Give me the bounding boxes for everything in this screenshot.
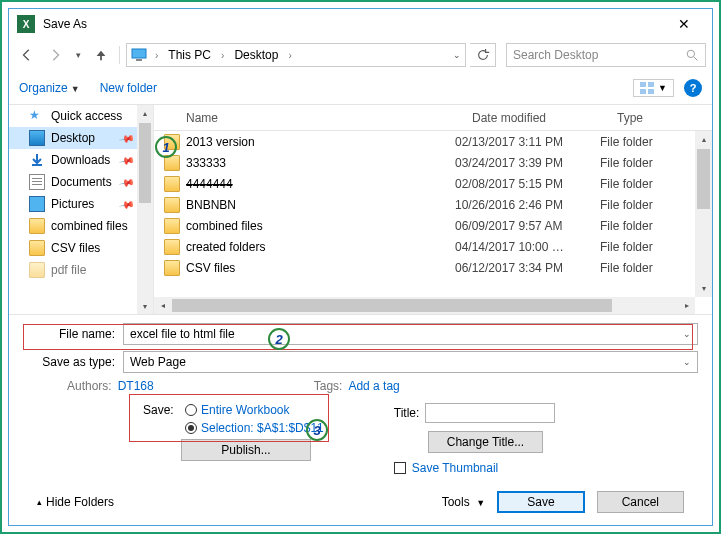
- pictures-icon: [29, 196, 45, 212]
- titlebar: X Save As ✕: [9, 9, 712, 39]
- sidebar-item-folder[interactable]: combined files: [9, 215, 153, 237]
- change-title-button[interactable]: Change Title...: [428, 431, 543, 453]
- chevron-right-icon[interactable]: ›: [286, 50, 293, 61]
- publish-button[interactable]: Publish...: [181, 439, 311, 461]
- save-type-label: Save as type:: [23, 355, 123, 369]
- tags-label: Tags:: [314, 379, 343, 393]
- file-date: 03/24/2017 3:39 PM: [455, 156, 600, 170]
- sidebar-item-documents[interactable]: Documents📌: [9, 171, 153, 193]
- file-type: File folder: [600, 156, 695, 170]
- col-date[interactable]: Date modified: [472, 111, 617, 125]
- file-row[interactable]: CSV files06/12/2017 3:34 PMFile folder: [154, 257, 695, 278]
- save-type-dropdown[interactable]: Web Page⌄: [123, 351, 698, 373]
- forward-button[interactable]: [43, 43, 67, 67]
- chevron-down-icon[interactable]: ⌄: [683, 329, 691, 339]
- file-row[interactable]: combined files06/09/2017 9:57 AMFile fol…: [154, 215, 695, 236]
- file-row[interactable]: BNBNBN10/26/2016 2:46 PMFile folder: [154, 194, 695, 215]
- close-button[interactable]: ✕: [664, 10, 704, 38]
- title-input[interactable]: [425, 403, 555, 423]
- desktop-icon: [29, 130, 45, 146]
- radio-selection[interactable]: [185, 422, 197, 434]
- sidebar-item-pictures[interactable]: Pictures📌: [9, 193, 153, 215]
- title-label: Title:: [394, 406, 420, 420]
- file-row[interactable]: 33333303/24/2017 3:39 PMFile folder: [154, 152, 695, 173]
- sidebar: ★Quick access Desktop📌 Downloads📌 Docume…: [9, 105, 154, 314]
- folder-icon: [164, 155, 180, 171]
- file-type: File folder: [600, 261, 695, 275]
- save-options: Save:Entire Workbook Selection: $A$1:$D$…: [143, 403, 324, 483]
- chevron-down-icon[interactable]: ⌄: [683, 357, 691, 367]
- tags-value[interactable]: Add a tag: [348, 379, 399, 393]
- pin-icon: 📌: [119, 174, 135, 190]
- file-type: File folder: [600, 240, 695, 254]
- file-hscrollbar[interactable]: ◂▸: [154, 297, 695, 314]
- file-name: created folders: [186, 240, 455, 254]
- chevron-right-icon[interactable]: ›: [153, 50, 160, 61]
- svg-rect-1: [136, 59, 142, 61]
- file-date: 10/26/2016 2:46 PM: [455, 198, 600, 212]
- file-name: 333333: [186, 156, 455, 170]
- file-row[interactable]: created folders04/14/2017 10:00 …File fo…: [154, 236, 695, 257]
- recent-dropdown[interactable]: ▾: [71, 43, 85, 67]
- folder-icon: [164, 197, 180, 213]
- hide-folders-button[interactable]: ▴Hide Folders: [37, 495, 114, 509]
- save-thumbnail-checkbox[interactable]: [394, 462, 406, 474]
- authors-label: Authors:: [67, 379, 112, 393]
- cancel-button[interactable]: Cancel: [597, 491, 684, 513]
- file-type: File folder: [600, 177, 695, 191]
- file-row[interactable]: 444444402/08/2017 5:15 PMFile folder: [154, 173, 695, 194]
- col-name[interactable]: Name: [186, 111, 472, 125]
- file-name: BNBNBN: [186, 198, 455, 212]
- chevron-right-icon[interactable]: ›: [219, 50, 226, 61]
- save-button[interactable]: Save: [497, 491, 584, 513]
- pin-icon: 📌: [119, 152, 135, 168]
- file-name-label: File name:: [23, 327, 123, 341]
- search-icon: [686, 49, 699, 62]
- pin-icon: 📌: [119, 196, 135, 212]
- search-placeholder: Search Desktop: [513, 48, 598, 62]
- view-button[interactable]: ▼: [633, 79, 674, 97]
- organize-menu[interactable]: Organize▼: [19, 81, 80, 95]
- help-button[interactable]: ?: [684, 79, 702, 97]
- radio-entire-workbook[interactable]: [185, 404, 197, 416]
- nav-bar: ▾ › This PC › Desktop › ⌄ Search Desktop: [9, 39, 712, 71]
- file-type: File folder: [600, 219, 695, 233]
- new-folder-button[interactable]: New folder: [100, 81, 157, 95]
- sidebar-item-folder[interactable]: CSV files: [9, 237, 153, 259]
- refresh-button[interactable]: [470, 43, 496, 67]
- form-area: File name: excel file to html file⌄ Save…: [9, 314, 712, 525]
- breadcrumb-thispc[interactable]: This PC: [166, 48, 213, 62]
- excel-icon: X: [17, 15, 35, 33]
- file-type: File folder: [600, 198, 695, 212]
- sidebar-item-desktop[interactable]: Desktop📌: [9, 127, 153, 149]
- svg-rect-0: [132, 49, 146, 58]
- file-date: 06/09/2017 9:57 AM: [455, 219, 600, 233]
- documents-icon: [29, 174, 45, 190]
- toolbar: Organize▼ New folder ▼ ?: [9, 71, 712, 105]
- breadcrumb-desktop[interactable]: Desktop: [232, 48, 280, 62]
- back-button[interactable]: [15, 43, 39, 67]
- address-dropdown[interactable]: ⌄: [453, 50, 461, 60]
- download-icon: [29, 152, 45, 168]
- sidebar-scrollbar[interactable]: ▴▾: [137, 105, 153, 314]
- star-icon: ★: [29, 108, 45, 124]
- file-row[interactable]: 2013 version02/13/2017 3:11 PMFile folde…: [154, 131, 695, 152]
- title-options: Title: Change Title... Save Thumbnail: [394, 403, 556, 483]
- sidebar-item-folder[interactable]: pdf file: [9, 259, 153, 281]
- sidebar-item-downloads[interactable]: Downloads📌: [9, 149, 153, 171]
- file-date: 02/08/2017 5:15 PM: [455, 177, 600, 191]
- sidebar-item-quick-access[interactable]: ★Quick access: [9, 105, 153, 127]
- monitor-icon: [131, 47, 147, 63]
- address-bar[interactable]: › This PC › Desktop › ⌄: [126, 43, 466, 67]
- file-name: combined files: [186, 219, 455, 233]
- up-button[interactable]: [89, 43, 113, 67]
- chevron-up-icon: ▴: [37, 497, 42, 507]
- tools-menu[interactable]: Tools ▼: [442, 495, 486, 509]
- file-name: CSV files: [186, 261, 455, 275]
- col-type[interactable]: Type: [617, 111, 712, 125]
- file-name-input[interactable]: excel file to html file⌄: [123, 323, 698, 345]
- authors-value[interactable]: DT168: [118, 379, 154, 393]
- pin-icon: 📌: [119, 130, 135, 146]
- search-input[interactable]: Search Desktop: [506, 43, 706, 67]
- file-vscrollbar[interactable]: ▴▾: [695, 131, 712, 297]
